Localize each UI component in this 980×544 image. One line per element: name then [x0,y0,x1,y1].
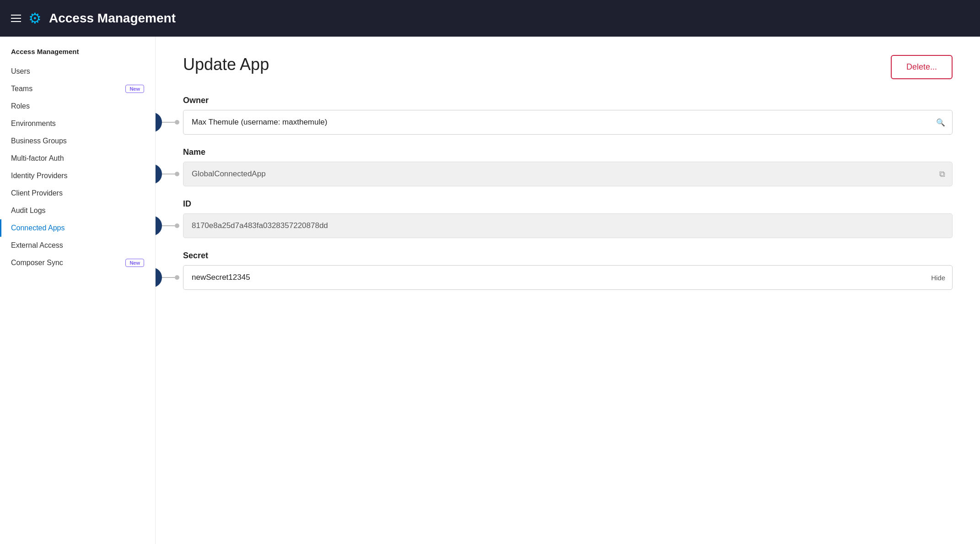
input-wrapper-name: ⧉ [183,162,953,186]
sidebar-item-label: Connected Apps [11,224,65,232]
sidebar-item-label: Users [11,67,30,76]
sidebar-item-environments[interactable]: Environments [0,115,155,132]
content-header: Update App Delete... [183,55,953,79]
page-title: Update App [183,55,269,74]
sidebar-item-identity-providers[interactable]: Identity Providers [0,167,155,185]
sidebar-item-label: Roles [11,102,30,110]
sidebar: Access Management UsersTeamsNewRolesEnvi… [0,37,156,544]
sidebar-item-label: Business Groups [11,137,67,145]
step-circle-1: 1 [156,112,162,132]
step-line-3 [162,225,175,226]
sidebar-item-external-access[interactable]: External Access [0,237,155,254]
step-line-1 [162,122,175,123]
sidebar-item-label: Environments [11,120,56,128]
step-circle-4: 4 [156,267,162,288]
app-header: ⚙ Access Management [0,0,980,37]
step-dot-4 [175,275,179,280]
sidebar-item-label: External Access [11,241,63,250]
form-section-secret: Secret4Hide [183,251,953,290]
sidebar-item-business-groups[interactable]: Business Groups [0,132,155,150]
sidebar-section-title: Access Management [0,48,155,63]
input-wrapper-secret: Hide [183,265,953,290]
step-indicator-4: 4 [156,267,179,288]
input-name [183,162,953,186]
step-dot-1 [175,120,179,125]
sidebar-item-connected-apps[interactable]: Connected Apps [0,219,155,237]
form-row-name: 2⧉ [183,162,953,186]
delete-button[interactable]: Delete... [891,55,953,79]
form-section-name: Name2⧉ [183,147,953,186]
form-row-owner: 1🔍 [183,110,953,135]
form-section-owner: Owner1🔍 [183,96,953,135]
step-dot-2 [175,172,179,176]
search-icon[interactable]: 🔍 [936,118,945,127]
form-label-secret: Secret [183,251,953,261]
input-wrapper-owner: 🔍 [183,110,953,135]
sidebar-item-users[interactable]: Users [0,63,155,80]
sidebar-item-label: Teams [11,85,32,93]
new-badge: New [125,259,144,267]
menu-icon[interactable] [11,15,21,22]
input-app-id [183,213,953,238]
step-circle-2: 2 [156,164,162,184]
main-layout: Access Management UsersTeamsNewRolesEnvi… [0,37,980,544]
sidebar-item-audit-logs[interactable]: Audit Logs [0,202,155,219]
sidebar-item-roles[interactable]: Roles [0,98,155,115]
form-label-app-id: ID [183,199,953,209]
gear-icon: ⚙ [28,10,42,27]
step-indicator-1: 1 [156,112,179,132]
form-label-name: Name [183,147,953,157]
sidebar-item-label: Multi-factor Auth [11,154,64,163]
step-indicator-3: 3 [156,216,179,236]
sidebar-item-teams[interactable]: TeamsNew [0,80,155,98]
sidebar-item-label: Audit Logs [11,207,46,215]
sidebar-item-label: Client Providers [11,189,63,197]
step-line-4 [162,277,175,278]
content-area: Update App Delete... Owner1🔍Name2⧉ID3Sec… [156,37,980,544]
hide-button[interactable]: Hide [931,274,945,282]
step-circle-3: 3 [156,216,162,236]
sidebar-item-multifactor-auth[interactable]: Multi-factor Auth [0,150,155,167]
sidebar-item-client-providers[interactable]: Client Providers [0,185,155,202]
sidebar-item-composer-sync[interactable]: Composer SyncNew [0,254,155,272]
input-wrapper-app-id [183,213,953,238]
input-secret[interactable] [183,265,953,290]
sidebar-item-label: Identity Providers [11,172,68,180]
step-line-2 [162,174,175,174]
form-row-secret: 4Hide [183,265,953,290]
input-owner[interactable] [183,110,953,135]
step-indicator-2: 2 [156,164,179,184]
form-section-app-id: ID3 [183,199,953,238]
copy-icon[interactable]: ⧉ [939,169,945,179]
sidebar-item-label: Composer Sync [11,259,63,267]
new-badge: New [125,85,144,93]
step-dot-3 [175,223,179,228]
form-label-owner: Owner [183,96,953,105]
header-title: Access Management [49,11,176,26]
form-row-app-id: 3 [183,213,953,238]
